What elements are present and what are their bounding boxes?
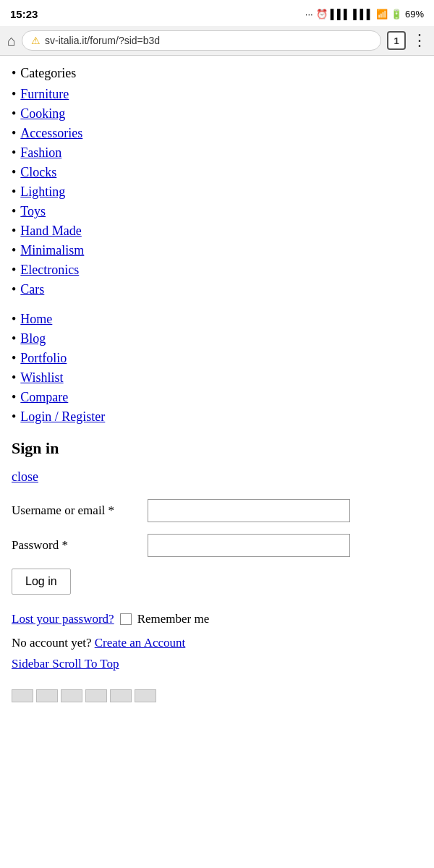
thumb-5 (110, 689, 132, 702)
list-item: Login / Register (12, 409, 422, 425)
list-item: Clocks (12, 165, 422, 180)
username-field-row: Username or email * (12, 499, 422, 522)
thumb-6 (135, 689, 156, 702)
menu-dots-icon[interactable]: ⋮ (412, 31, 427, 50)
list-item: Fashion (12, 145, 422, 161)
categories-list: Furniture Cooking Accessories Fashion Cl… (12, 87, 422, 297)
status-icons: ··· ⏰ ▌▌▌ ▌▌▌ 📶 🔋 69% (305, 9, 424, 20)
list-item: Compare (12, 390, 422, 405)
signin-section: Sign in close Username or email * Passwo… (12, 439, 422, 675)
home-link[interactable]: Home (20, 312, 52, 327)
list-item: Lighting (12, 184, 422, 200)
toys-link[interactable]: Toys (20, 204, 46, 219)
categories-heading: Categories (20, 66, 76, 81)
fashion-link[interactable]: Fashion (20, 145, 61, 161)
browser-chrome: ⌂ ⚠ sv-italia.it/forum/?sid=b3d 1 ⋮ (0, 26, 434, 56)
status-bar: 15:23 ··· ⏰ ▌▌▌ ▌▌▌ 📶 🔋 69% (0, 0, 434, 26)
accessories-link[interactable]: Accessories (20, 126, 82, 141)
bottom-links: Lost your password? Remember me No accou… (12, 609, 422, 675)
thumb-3 (61, 689, 82, 702)
password-input[interactable] (148, 534, 350, 557)
password-field-row: Password * (12, 534, 422, 557)
login-register-link[interactable]: Login / Register (20, 409, 105, 425)
sidebar-scroll-top-link[interactable]: Sidebar Scroll To Top (12, 657, 119, 671)
clocks-link[interactable]: Clocks (20, 165, 56, 180)
page-content: Categories Furniture Cooking Accessories… (0, 56, 434, 717)
battery-percent: 69% (405, 9, 424, 20)
scroll-top-row: Sidebar Scroll To Top (12, 654, 422, 675)
lighting-link[interactable]: Lighting (20, 184, 65, 200)
blog-link[interactable]: Blog (20, 331, 46, 346)
username-label: Username or email * (12, 503, 142, 518)
home-icon[interactable]: ⌂ (7, 33, 16, 49)
list-item: Cooking (12, 106, 422, 122)
nav-links-list: Home Blog Portfolio Wishlist Compare Log… (12, 312, 422, 425)
thumb-1 (12, 689, 33, 702)
signin-heading: Sign in (12, 439, 422, 458)
list-item: Wishlist (12, 370, 422, 386)
status-time: 15:23 (10, 8, 38, 20)
remember-label: Remember me (137, 609, 210, 630)
username-input[interactable] (148, 499, 350, 522)
list-item: Electronics (12, 263, 422, 278)
no-account-text: No account yet? (12, 636, 91, 650)
address-bar[interactable]: ⚠ sv-italia.it/forum/?sid=b3d (22, 30, 381, 51)
list-item: Toys (12, 204, 422, 219)
minimalism-link[interactable]: Minimalism (20, 243, 84, 258)
list-item: Cars (12, 282, 422, 297)
remember-row: Lost your password? Remember me (12, 609, 422, 630)
tab-count[interactable]: 1 (387, 31, 406, 50)
password-label: Password * (12, 538, 142, 553)
create-account-link[interactable]: Create an Account (95, 636, 186, 650)
cooking-link[interactable]: Cooking (20, 106, 65, 122)
thumb-4 (85, 689, 107, 702)
login-button[interactable]: Log in (12, 569, 71, 595)
dots-icon: ··· (305, 9, 313, 20)
list-item: Blog (12, 331, 422, 346)
signal2-icon: ▌▌▌ (353, 9, 373, 20)
list-item: Hand Made (12, 224, 422, 239)
list-item: Home (12, 312, 422, 327)
no-account-row: No account yet? Create an Account (12, 633, 422, 654)
portfolio-link[interactable]: Portfolio (20, 351, 67, 366)
electronics-link[interactable]: Electronics (20, 263, 79, 278)
furniture-link[interactable]: Furniture (20, 87, 69, 102)
footer-thumbs (12, 689, 422, 702)
remember-checkbox[interactable] (120, 613, 132, 625)
url-text: sv-italia.it/forum/?sid=b3d (45, 35, 160, 46)
warning-icon: ⚠ (31, 35, 41, 46)
cars-link[interactable]: Cars (20, 282, 44, 297)
signal1-icon: ▌▌▌ (331, 9, 351, 20)
list-item: Minimalism (12, 243, 422, 258)
thumb-2 (36, 689, 58, 702)
close-link[interactable]: close (12, 469, 38, 485)
battery-icon: 🔋 (391, 9, 402, 20)
wishlist-link[interactable]: Wishlist (20, 370, 63, 386)
categories-header-list: Categories (12, 66, 422, 81)
wifi-icon: 📶 (376, 9, 388, 20)
list-item: Portfolio (12, 351, 422, 366)
list-item: Accessories (12, 126, 422, 141)
compare-link[interactable]: Compare (20, 390, 68, 405)
lost-password-link[interactable]: Lost your password? (12, 609, 114, 630)
list-item: Furniture (12, 87, 422, 102)
handmade-link[interactable]: Hand Made (20, 224, 81, 239)
alarm-icon: ⏰ (316, 9, 328, 20)
